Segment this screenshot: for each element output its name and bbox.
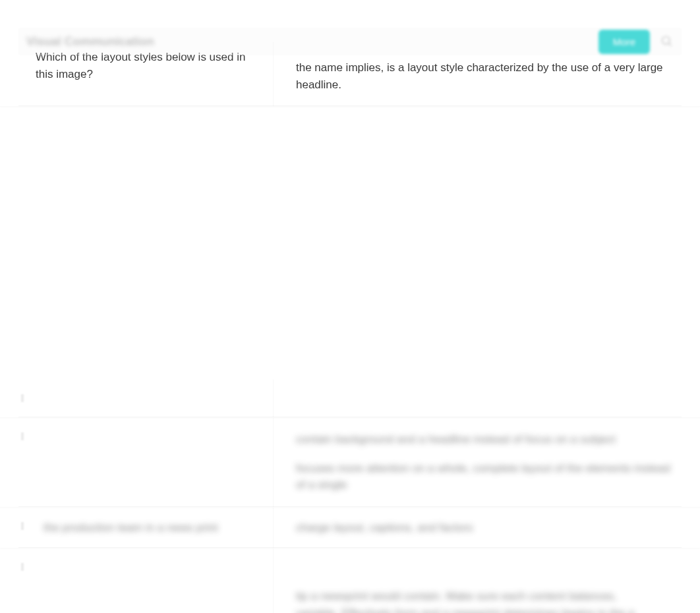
search-icon[interactable] bbox=[660, 35, 674, 48]
answer-text: variable. Effectively form and a newspri… bbox=[296, 605, 674, 614]
row-indicator-icon bbox=[21, 563, 24, 571]
answer-text: charge layout, captions, and factors bbox=[296, 519, 674, 537]
flashcard-question-cell bbox=[0, 548, 274, 613]
answer-text: tip a newsprint would contain. Make sure… bbox=[296, 588, 674, 605]
question-text: the production team in a news print bbox=[36, 519, 253, 537]
flashcard-question-cell bbox=[0, 418, 274, 507]
flashcard-row: tip a newsprint would contain. Make sure… bbox=[0, 548, 700, 613]
flashcard-answer-cell bbox=[274, 380, 700, 417]
content-spacer bbox=[0, 107, 700, 380]
flashcard-row: contain background and a headline instea… bbox=[0, 418, 700, 508]
flashcard-row: the production team in a news print char… bbox=[0, 508, 700, 549]
answer-text: contain background and a headline instea… bbox=[296, 431, 674, 448]
flashcard-row bbox=[0, 380, 700, 418]
page-header: Visual Communication More bbox=[18, 28, 682, 55]
flashcard-answer-cell: charge layout, captions, and factors bbox=[274, 508, 700, 548]
row-indicator-icon bbox=[21, 432, 24, 440]
flashcard-list: Which of the layout styles below is used… bbox=[0, 0, 700, 613]
flashcard-question-cell: the production team in a news print bbox=[0, 508, 274, 548]
flashcard-answer-cell: contain background and a headline instea… bbox=[274, 418, 700, 507]
row-indicator-icon bbox=[21, 394, 24, 402]
header-title: Visual Communication bbox=[26, 35, 598, 49]
more-button[interactable]: More bbox=[598, 30, 650, 54]
svg-line-1 bbox=[669, 44, 672, 46]
answer-text: focuses more attention on a whole, compl… bbox=[296, 460, 674, 494]
svg-point-0 bbox=[662, 37, 670, 45]
flashcard-answer-cell: tip a newsprint would contain. Make sure… bbox=[274, 548, 700, 613]
row-indicator-icon bbox=[21, 522, 24, 530]
answer-text: the name implies, is a layout style char… bbox=[296, 59, 674, 93]
flashcard-question-cell bbox=[0, 380, 274, 417]
